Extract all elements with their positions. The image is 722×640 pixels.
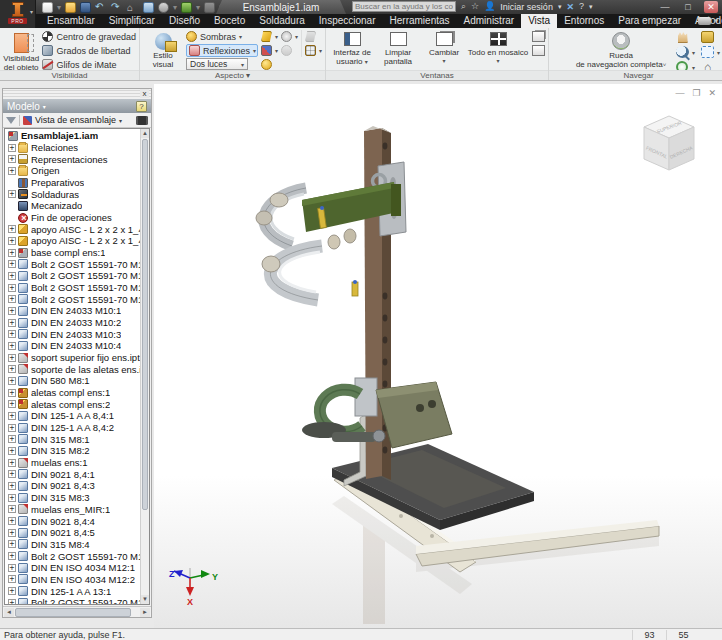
undo-icon[interactable]: ↶ bbox=[95, 2, 107, 13]
chevron-down-icon[interactable]: ▾ bbox=[717, 49, 722, 56]
expand-toggle-icon[interactable]: + bbox=[8, 190, 16, 198]
ribbon-tab[interactable]: Boceto bbox=[207, 14, 252, 28]
tree-item[interactable]: + apoyo AISC - L 2 x 2 x 1_4 - 14:2 bbox=[5, 235, 140, 247]
tree-item[interactable]: + Bolt 2 GOST 15591-70 M10×18:2 bbox=[5, 270, 140, 282]
ribbon-tab[interactable]: Ensamblar bbox=[40, 14, 102, 28]
tree-item[interactable]: + Origen bbox=[5, 165, 140, 177]
tree-item[interactable]: + DIN 580 M8:1 bbox=[5, 375, 140, 387]
tree-item[interactable]: + DIN 9021 8,4:4 bbox=[5, 515, 140, 527]
ribbon-tab[interactable]: Entornos bbox=[557, 14, 611, 28]
help-icon[interactable]: ? bbox=[579, 1, 584, 12]
tree-item[interactable]: + DIN 9021 8,4:3 bbox=[5, 480, 140, 492]
expand-toggle-icon[interactable]: + bbox=[8, 552, 16, 560]
assembly-3d-model[interactable] bbox=[154, 84, 722, 628]
expand-toggle-icon[interactable]: + bbox=[8, 517, 16, 525]
new-document-icon[interactable] bbox=[42, 2, 53, 13]
panel-close-icon[interactable]: x bbox=[140, 89, 149, 98]
user-icon[interactable]: 👤 bbox=[484, 1, 495, 12]
tree-item[interactable]: + Bolt 2 GOST 15591-70 M10×18:4 bbox=[5, 293, 140, 305]
scrollbar-thumb[interactable] bbox=[15, 608, 131, 617]
sign-in-button[interactable]: Iniciar sesión bbox=[500, 2, 553, 12]
expand-toggle-icon[interactable]: + bbox=[8, 249, 16, 257]
tree-item[interactable]: + Bolt 2 GOST 15591-70 M12×90:2 bbox=[5, 597, 140, 604]
search-binoculars-icon[interactable] bbox=[136, 116, 148, 125]
shadows-button[interactable]: Sombras ▾ bbox=[186, 30, 258, 43]
expand-toggle-icon[interactable]: + bbox=[8, 260, 16, 268]
tree-item[interactable]: + Bolt 2 GOST 15591-70 M12×90:1 bbox=[5, 550, 140, 562]
center-of-gravity-button[interactable]: Centro de gravedad bbox=[42, 30, 136, 43]
expand-toggle-icon[interactable]: + bbox=[8, 412, 16, 420]
tree-item[interactable]: + DIN 9021 8,4:5 bbox=[5, 527, 140, 539]
navigation-wheel-button[interactable]: Rueda de navegación completa˅ bbox=[570, 30, 672, 70]
view-mode-dropdown[interactable]: Vista de ensamblaje bbox=[35, 115, 116, 125]
dropdown-icon[interactable]: ▾ bbox=[57, 3, 61, 12]
shadow-settings-icon[interactable] bbox=[261, 45, 272, 56]
clean-screen-button[interactable]: Limpiar pantalla bbox=[375, 30, 421, 66]
ribbon-tab[interactable]: Para empezar bbox=[611, 14, 688, 28]
tree-item[interactable]: + DIN 125-1 A A 13:1 bbox=[5, 585, 140, 597]
tree-item[interactable]: + muelas ens_MIR:1 bbox=[5, 504, 140, 516]
lights-dropdown[interactable]: Dos luces ▾ bbox=[186, 58, 248, 70]
expand-toggle-icon[interactable]: + bbox=[8, 447, 16, 455]
chevron-down-icon[interactable]: ▾ bbox=[119, 117, 122, 124]
tree-item[interactable]: + DIN EN 24033 M10:4 bbox=[5, 340, 140, 352]
cascade-windows-icon[interactable] bbox=[532, 31, 545, 42]
group-label-visibility[interactable]: Visibilidad bbox=[0, 70, 139, 80]
parameters-icon[interactable] bbox=[204, 2, 215, 13]
tree-item[interactable]: + DIN 315 M8:3 bbox=[5, 492, 140, 504]
expand-toggle-icon[interactable]: + bbox=[8, 400, 16, 408]
zoom-icon[interactable] bbox=[676, 46, 689, 58]
expand-toggle-icon[interactable]: + bbox=[8, 564, 16, 572]
tree-item[interactable]: + Representaciones bbox=[5, 153, 140, 165]
expand-toggle-icon[interactable]: + bbox=[8, 144, 16, 152]
expand-toggle-icon[interactable]: + bbox=[8, 482, 16, 490]
tree-item[interactable]: + DIN 125-1 A A 8,4:2 bbox=[5, 422, 140, 434]
zoom-all-icon[interactable] bbox=[701, 46, 714, 58]
application-menu-button[interactable]: PRO ▾ bbox=[0, 0, 36, 28]
panel-help-icon[interactable]: ? bbox=[136, 101, 147, 112]
expand-toggle-icon[interactable]: + bbox=[8, 505, 16, 513]
scrollbar-thumb[interactable] bbox=[142, 139, 148, 510]
ribbon-tab[interactable]: Herramientas bbox=[383, 14, 457, 28]
tree-item[interactable]: + aletas compl ens:2 bbox=[5, 398, 140, 410]
chevron-down-icon[interactable]: ▾ bbox=[319, 47, 322, 54]
tree-item[interactable]: + DIN EN ISO 4034 M12:1 bbox=[5, 562, 140, 574]
expand-toggle-icon[interactable]: + bbox=[8, 330, 16, 338]
chevron-down-icon[interactable]: ▾ bbox=[43, 103, 46, 110]
expand-toggle-icon[interactable]: + bbox=[8, 540, 16, 548]
expand-toggle-icon[interactable]: + bbox=[8, 424, 16, 432]
expand-toggle-icon[interactable]: + bbox=[8, 167, 16, 175]
scroll-left-icon[interactable]: ◄ bbox=[4, 608, 14, 617]
model-viewport[interactable]: — ❐ ✕ bbox=[154, 84, 722, 628]
screencast-icon[interactable] bbox=[698, 17, 711, 25]
open-icon[interactable] bbox=[65, 2, 76, 13]
ground-reflection-icon[interactable] bbox=[281, 31, 292, 42]
reflections-button[interactable]: Reflexiones ▾ bbox=[186, 44, 258, 57]
tree-item[interactable]: + soport superior fijo ens.ipt:1 bbox=[5, 352, 140, 364]
tree-item[interactable]: + DIN EN ISO 4034 M12:2 bbox=[5, 574, 140, 586]
expand-toggle-icon[interactable]: + bbox=[8, 587, 16, 595]
ribbon-tab[interactable]: Soldadura bbox=[252, 14, 312, 28]
tree-item[interactable]: Ensamblaje1.iam bbox=[5, 130, 140, 142]
expand-toggle-icon[interactable]: + bbox=[8, 459, 16, 467]
save-icon[interactable] bbox=[80, 2, 91, 13]
scroll-up-icon[interactable]: ▲ bbox=[141, 129, 149, 138]
section-plane-icon[interactable] bbox=[305, 31, 316, 42]
tile-all-button[interactable]: Todo en mosaico ▾ bbox=[467, 30, 529, 66]
expand-toggle-icon[interactable]: + bbox=[8, 342, 16, 350]
favorites-star-icon[interactable]: ☆ bbox=[471, 1, 479, 12]
help-search-input[interactable] bbox=[352, 1, 456, 12]
group-label-aspect[interactable]: Aspecto ▾ bbox=[140, 70, 325, 80]
tree-item[interactable]: Preparativos bbox=[5, 177, 140, 189]
expand-toggle-icon[interactable]: + bbox=[8, 225, 16, 233]
tree-horizontal-scrollbar[interactable]: ◄ ► bbox=[3, 606, 151, 617]
expand-toggle-icon[interactable]: + bbox=[8, 295, 16, 303]
dropdown-icon[interactable]: ▾ bbox=[173, 3, 177, 12]
material-icon[interactable] bbox=[158, 2, 169, 13]
ribbon-tab[interactable]: Inspeccionar bbox=[312, 14, 383, 28]
expand-toggle-icon[interactable]: + bbox=[8, 307, 16, 315]
pan-hand-icon[interactable] bbox=[676, 31, 689, 43]
expand-toggle-icon[interactable]: + bbox=[8, 319, 16, 327]
appearance-icon[interactable] bbox=[181, 2, 192, 13]
tree-item[interactable]: + DIN EN 24033 M10:2 bbox=[5, 317, 140, 329]
